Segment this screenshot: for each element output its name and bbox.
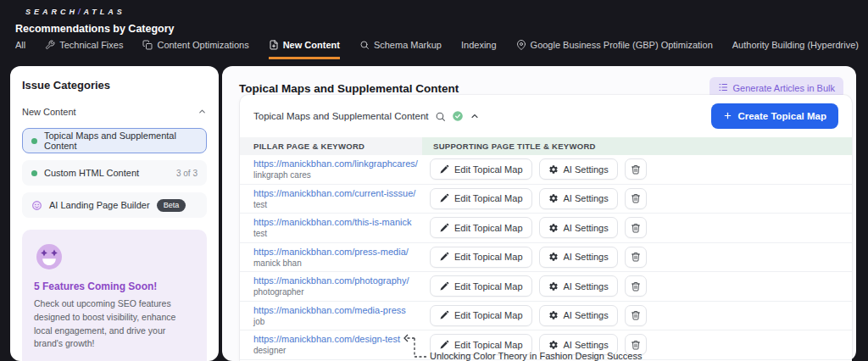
ai-settings-button[interactable]: AI Settings xyxy=(539,247,618,268)
create-button-label: Create Topical Map xyxy=(737,111,826,121)
pillar-keyword: manick bhan xyxy=(253,258,422,269)
pillar-keyword: designer xyxy=(253,345,422,356)
tab-label: All xyxy=(15,40,25,50)
pillar-url-link[interactable]: https://manickbhan.com/design-test xyxy=(253,333,422,345)
chevron-up-icon[interactable] xyxy=(470,111,480,121)
pillar-keyword: linkgraph cares xyxy=(253,169,422,180)
create-topical-map-button[interactable]: Create Topical Map xyxy=(711,103,838,129)
ai-settings-button[interactable]: AI Settings xyxy=(539,188,618,209)
sidebar-item-list: Topical Maps and Supplemental ContentCus… xyxy=(22,128,207,218)
item-count: 3 of 3 xyxy=(176,169,198,178)
pencil-icon xyxy=(439,164,449,175)
trash-icon xyxy=(631,223,641,233)
table-row: https://manickbhan.com/press-media/manic… xyxy=(240,243,852,273)
ai-settings-button[interactable]: AI Settings xyxy=(539,158,618,180)
pencil-icon xyxy=(439,281,449,292)
gear-icon xyxy=(548,310,559,320)
ai-settings-button[interactable]: AI Settings xyxy=(539,275,618,297)
search-atlas-logo[interactable]: SEARCH/ATLAS xyxy=(25,8,125,16)
tab-all[interactable]: All xyxy=(15,40,25,59)
tab-technical-fixes[interactable]: Technical Fixes xyxy=(45,40,123,59)
table-body: https://manickbhan.com/linkgraphcares/li… xyxy=(240,155,852,361)
sidebar-item-topical-maps-and-supplemental-content[interactable]: Topical Maps and Supplemental Content xyxy=(22,128,207,153)
edit-topical-map-button-label: Edit Topical Map xyxy=(454,252,523,262)
edit-topical-map-button[interactable]: Edit Topical Map xyxy=(430,158,532,180)
edit-topical-map-button-label: Edit Topical Map xyxy=(454,164,523,175)
table-row: https://manickbhan.com/media-pressjobEdi… xyxy=(240,302,852,331)
edit-topical-map-button[interactable]: Edit Topical Map xyxy=(430,247,532,268)
top-bar: SEARCH/ATLAS Recommendations by Category… xyxy=(0,0,868,66)
section-label: New Content xyxy=(22,107,76,117)
pillar-keyword: job xyxy=(253,316,422,327)
pencil-icon xyxy=(439,310,449,320)
pillar-url-link[interactable]: https://manickbhan.com/photography/ xyxy=(253,275,422,286)
ai-settings-button-label: AI Settings xyxy=(564,340,609,350)
check-circle-icon xyxy=(452,110,464,122)
gear-icon xyxy=(548,164,559,175)
star-struck-face-icon xyxy=(34,242,195,272)
delete-button[interactable] xyxy=(625,217,647,238)
tab-authority-building-hyperdrive[interactable]: Authority Building (Hyperdrive) xyxy=(732,40,859,59)
table-header: Pillar Page & Keyword Supporting Page Ti… xyxy=(240,137,852,155)
pencil-icon xyxy=(439,193,449,203)
pillar-url-link[interactable]: https://manickbhan.com/this-is-manick xyxy=(253,216,422,228)
ai-settings-button-label: AI Settings xyxy=(564,252,609,262)
pillar-url-link[interactable]: https://manickbhan.com/press-media/ xyxy=(253,246,422,258)
tab-indexing[interactable]: Indexing xyxy=(461,40,497,59)
pillar-url-link[interactable]: https://manickbhan.com/linkgraphcares/ xyxy=(253,158,422,169)
green-dot-icon xyxy=(31,138,37,144)
pillar-page-cell: https://manickbhan.com/photography/photo… xyxy=(240,275,422,297)
tab-label: Technical Fixes xyxy=(59,40,123,50)
tab-new-content[interactable]: New Content xyxy=(269,40,340,59)
sidebar-item-custom-html-content[interactable]: Custom HTML Content3 of 3 xyxy=(22,160,207,186)
copy-icon xyxy=(142,40,153,50)
search-icon[interactable] xyxy=(435,111,446,122)
pillar-url-link[interactable]: https://manickbhan.com/current-isssue/ xyxy=(253,187,422,199)
edit-topical-map-button[interactable]: Edit Topical Map xyxy=(430,217,532,238)
edit-topical-map-button-label: Edit Topical Map xyxy=(454,310,523,320)
ai-settings-button-label: AI Settings xyxy=(564,223,609,233)
sidebar-item-ai-landing-page-builder[interactable]: AI Landing Page BuilderBeta xyxy=(22,192,207,218)
topical-maps-card: Topical Maps and Supplemental Content Cr… xyxy=(240,95,852,361)
file-plus-icon xyxy=(269,40,279,50)
page-title: Recommendations by Category xyxy=(15,23,175,35)
edit-topical-map-button-label: Edit Topical Map xyxy=(454,223,523,233)
filter-row: Topical Maps and Supplemental Content Cr… xyxy=(240,95,852,137)
gear-icon xyxy=(548,281,559,292)
edit-topical-map-button[interactable]: Edit Topical Map xyxy=(430,305,532,326)
sidebar-section-new-content[interactable]: New Content xyxy=(22,104,207,119)
edit-topical-map-button[interactable]: Edit Topical Map xyxy=(430,275,532,297)
edit-topical-map-button-label: Edit Topical Map xyxy=(454,281,523,292)
edit-topical-map-button-label: Edit Topical Map xyxy=(454,193,523,203)
row-actions: Edit Topical MapAI Settings xyxy=(422,188,852,209)
pillar-url-link[interactable]: https://manickbhan.com/media-press xyxy=(253,304,422,316)
chevron-up-icon[interactable] xyxy=(198,104,207,119)
main-panel: Topical Maps and Supplemental Content Ge… xyxy=(222,66,856,361)
column-pillar-page: Pillar Page & Keyword xyxy=(240,137,422,155)
delete-button[interactable] xyxy=(625,247,647,268)
ai-settings-button[interactable]: AI Settings xyxy=(539,305,618,326)
delete-button[interactable] xyxy=(625,275,647,297)
green-dot-icon xyxy=(31,170,37,176)
tab-content-optimizations[interactable]: Content Optimizations xyxy=(142,40,248,59)
ai-smiley-icon xyxy=(31,200,42,211)
delete-button[interactable] xyxy=(625,158,647,180)
app-window: SEARCH/ATLAS Recommendations by Category… xyxy=(0,0,868,361)
tab-schema-markup[interactable]: Schema Markup xyxy=(359,40,442,59)
row-actions: Edit Topical MapAI Settings xyxy=(422,158,852,180)
beta-badge: Beta xyxy=(157,199,186,212)
delete-button[interactable] xyxy=(625,188,647,209)
pencil-icon xyxy=(439,252,449,262)
trash-icon xyxy=(631,340,641,350)
pillar-keyword: test xyxy=(253,199,422,210)
plus-icon xyxy=(723,111,732,122)
category-tabs: AllTechnical FixesContent OptimizationsN… xyxy=(15,40,868,59)
tab-google-business-profile-gbp-optimization[interactable]: Google Business Profile (GBP) Optimizati… xyxy=(516,40,713,59)
edit-topical-map-button[interactable]: Edit Topical Map xyxy=(430,188,532,209)
map-pin-icon xyxy=(516,40,526,50)
row-actions: Edit Topical MapAI Settings xyxy=(422,217,852,238)
row-actions: Edit Topical MapAI Settings xyxy=(422,305,852,326)
delete-button[interactable] xyxy=(625,305,647,326)
ai-settings-button[interactable]: AI Settings xyxy=(539,217,618,238)
list-icon xyxy=(718,82,728,94)
